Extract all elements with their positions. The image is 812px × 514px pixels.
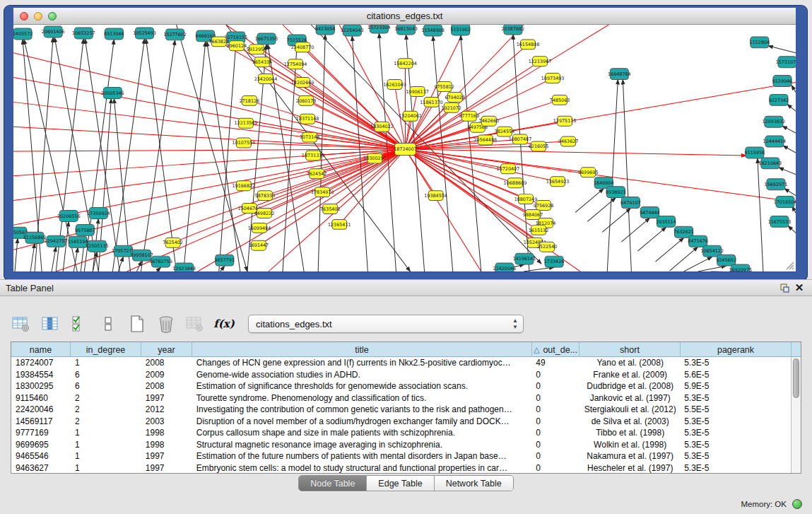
graph-node[interactable]: 7635401 <box>320 204 341 214</box>
table-row[interactable]: 1938455462009Genome-wide association stu… <box>11 369 791 381</box>
new-table-icon[interactable] <box>126 313 148 334</box>
graph-node[interactable]: 9245652 <box>716 255 736 266</box>
graph-node[interactable]: 12923448 <box>172 263 196 271</box>
citation-graph[interactable]: 2405572206914061065325785130441052549315… <box>13 25 796 271</box>
graph-node[interactable]: 1654334 <box>252 57 273 67</box>
graph-node[interactable]: 16920975 <box>729 264 752 271</box>
float-panel-button[interactable] <box>778 281 792 294</box>
delete-icon[interactable] <box>155 313 177 334</box>
graph-node[interactable]: 2718126 <box>240 95 260 105</box>
graph-node[interactable]: 7462660 <box>479 116 500 126</box>
select-all-icon[interactable] <box>69 313 90 334</box>
graph-node[interactable]: 9474444 <box>640 207 660 218</box>
delete-table-icon[interactable] <box>184 313 206 334</box>
graph-node[interactable]: 9699695 <box>578 168 599 177</box>
graph-node[interactable]: 7485063 <box>550 95 570 105</box>
graph-node[interactable]: 15751074 <box>776 57 796 68</box>
graph-node[interactable]: 2935114 <box>656 216 676 227</box>
graph-node[interactable]: 1921072 <box>441 103 461 112</box>
graph-node[interactable]: 9756928 <box>534 201 554 211</box>
graph-node[interactable]: 15277602 <box>163 29 187 40</box>
graph-node[interactable]: 11675533 <box>768 216 792 227</box>
graph-node[interactable]: 9463627 <box>558 136 579 146</box>
graph-node[interactable]: 16813043 <box>394 25 418 35</box>
graph-node[interactable]: 2522540 <box>537 242 558 252</box>
column-header-year[interactable]: year <box>141 342 192 357</box>
graph-node[interactable]: 15720407 <box>497 164 520 174</box>
graph-node[interactable]: 8413054 <box>315 25 336 35</box>
graph-node[interactable]: 18724007 <box>394 144 417 156</box>
table-row[interactable]: 2242004622012Investigating the contribut… <box>11 404 791 416</box>
function-builder-icon[interactable]: f(x) <box>213 313 235 334</box>
show-columns-icon[interactable] <box>40 313 61 334</box>
column-header-pagerank[interactable]: pagerank <box>681 342 792 357</box>
graph-node[interactable]: 11548908 <box>421 25 445 36</box>
table-selector-dropdown[interactable]: citations_edges.txt ▲▼ <box>248 315 524 333</box>
tab-network-table[interactable]: Network Table <box>435 476 513 491</box>
graph-node[interactable]: 7624547 <box>307 169 327 179</box>
graph-node[interactable]: 7625402 <box>163 238 183 247</box>
graph-node[interactable]: 1615132 <box>529 225 549 235</box>
graph-node[interactable]: 2060178 <box>296 95 317 105</box>
graph-node[interactable]: 9129946 <box>772 76 793 87</box>
column-header-title[interactable]: title <box>192 342 532 357</box>
graph-node[interactable]: 14196141 <box>513 253 536 264</box>
graph-node[interactable]: 10525493 <box>133 28 156 39</box>
graph-node[interactable]: 1112804 <box>750 37 770 48</box>
graph-node[interactable]: 19384554 <box>424 191 447 201</box>
graph-node[interactable]: 22420046 <box>493 263 517 271</box>
graph-node[interactable]: 12213569 <box>235 118 258 128</box>
graph-node[interactable]: 20206556 <box>57 210 81 221</box>
graph-node[interactable]: 9755812 <box>434 82 454 92</box>
table-row[interactable]: 969969511998Structural magnetic resonanc… <box>11 439 791 451</box>
graph-node[interactable]: 12093832 <box>763 116 786 127</box>
resize-grip[interactable] <box>784 260 794 270</box>
close-panel-button[interactable]: ✕ <box>792 281 806 294</box>
graph-node[interactable]: 3073144 <box>300 132 320 142</box>
graph-node[interactable]: 12365411 <box>328 219 351 229</box>
graph-node[interactable]: 6794028 <box>445 92 465 102</box>
graph-node[interactable]: 8513044 <box>104 28 124 40</box>
graph-node[interactable]: 12444414 <box>763 136 787 147</box>
table-row[interactable]: 1872400712008Changes of HCN gene express… <box>11 357 791 369</box>
graph-node[interactable]: 2405572 <box>13 28 33 40</box>
graph-node[interactable]: 12505135 <box>86 240 109 252</box>
tab-node-table[interactable]: Node Table <box>299 476 367 491</box>
column-header-name[interactable]: name <box>11 342 71 357</box>
graph-node[interactable]: 11861370 <box>420 97 443 107</box>
graph-node[interactable]: 9975887 <box>75 224 95 235</box>
graph-node[interactable]: 10973493 <box>541 74 565 83</box>
graph-node[interactable]: 15723304 <box>367 25 391 33</box>
vertical-scrollbar[interactable] <box>791 357 801 473</box>
graph-node[interactable]: 20691406 <box>42 26 65 37</box>
graph-node[interactable]: 12942757 <box>45 235 68 247</box>
unselect-all-icon[interactable] <box>98 313 119 334</box>
column-header-out_de[interactable]: △out_de... <box>532 342 579 357</box>
graph-node[interactable]: 6216055 <box>529 141 549 151</box>
table-row[interactable]: 946554611997Estimation of the future num… <box>11 450 791 462</box>
graph-node[interactable]: 9227342 <box>769 94 789 105</box>
graph-node[interactable]: 15842204 <box>394 59 417 69</box>
table-mode-icon[interactable] <box>11 313 32 334</box>
graph-node[interactable]: 17359924 <box>87 208 110 219</box>
graph-node[interactable]: 12213967 <box>529 57 552 66</box>
graph-node[interactable]: 20387682 <box>502 25 525 35</box>
graph-node[interactable]: 15692971 <box>765 179 788 190</box>
graph-node[interactable]: 19906137 <box>406 86 429 96</box>
graph-node[interactable]: 10653257 <box>72 28 95 39</box>
window-titlebar[interactable]: citations_edges.txt <box>13 8 796 25</box>
graph-node[interactable]: 16648784 <box>608 69 631 80</box>
table-row[interactable]: 977716911998Corpus callosum shape and si… <box>11 427 791 439</box>
graph-node[interactable]: 11156869 <box>23 232 47 243</box>
graph-node[interactable]: 1733426 <box>544 256 565 267</box>
table-row[interactable]: 911546021997Tourette syndrome. Phenomeno… <box>11 392 791 404</box>
graph-node[interactable]: 9857791 <box>215 255 235 266</box>
scrollbar-thumb[interactable] <box>793 358 799 398</box>
column-header-in_degree[interactable]: in_degree <box>71 342 141 357</box>
graph-node[interactable]: 5878333 <box>255 191 276 201</box>
graph-node[interactable]: 1691447 <box>249 240 269 250</box>
graph-node[interactable]: 5912954 <box>247 45 267 54</box>
graph-node[interactable]: 4498222 <box>254 209 275 218</box>
graph-node[interactable]: 8938923 <box>606 187 626 198</box>
graph-node[interactable]: 16210643 <box>759 158 782 169</box>
